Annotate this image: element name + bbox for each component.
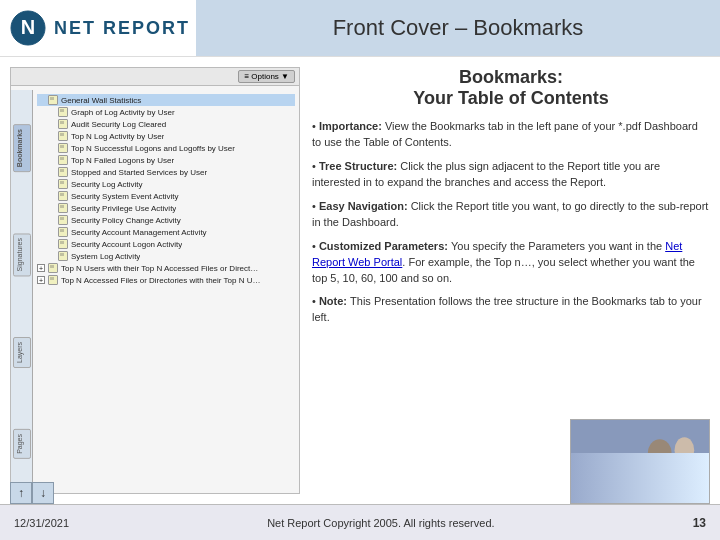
sidebar-tab-bookmarks[interactable]: Bookmarks [13,124,31,172]
tree-file-icon [58,119,68,129]
tree-item[interactable]: +Top N Accessed Files or Directories wit… [37,274,295,286]
bullet-item: • Customized Parameters: You specify the… [312,239,710,287]
tree-item[interactable]: Graph of Log Activity by User [37,106,295,118]
tree-file-icon [48,263,58,273]
sidebar-tab-pages[interactable]: Pages [13,429,31,459]
logo-area: N NET REPORT [0,0,196,56]
tree-item-label: Top N Accessed Files or Directories with… [61,276,261,285]
tree-item-label: Top N Failed Logons by User [71,156,174,165]
tree-file-icon [48,275,58,285]
bookmarks-title-line1: Bookmarks: [312,67,710,88]
tree-file-icon [48,95,58,105]
tree-item-label: Security System Event Activity [71,192,179,201]
tree-item[interactable]: Top N Failed Logons by User [37,154,295,166]
tree-file-icon [58,143,68,153]
nav-up-arrow[interactable]: ↑ [10,482,32,504]
bookmarks-heading: Bookmarks: Your Table of Contents [312,67,710,109]
bullet-item: • Note: This Presentation follows the tr… [312,294,710,326]
tree-item-label: General Wall Statistics [61,96,141,105]
tree-item[interactable]: System Log Activity [37,250,295,262]
bullet-term: Importance: [319,120,385,132]
tree-item-label: Audit Security Log Cleared [71,120,166,129]
tree-item[interactable]: +Top N Users with their Top N Accessed F… [37,262,295,274]
bullet-item: • Tree Structure: Click the plus sign ad… [312,159,710,191]
tree-item-label: Stopped and Started Services by User [71,168,207,177]
tree-item[interactable]: Audit Security Log Cleared [37,118,295,130]
tree-file-icon [58,251,68,261]
bookmarks-title-line2: Your Table of Contents [312,88,710,109]
bullet-term: Easy Navigation: [319,200,411,212]
bullet-term: Customized Parameters: [319,240,451,252]
tree-item[interactable]: Security Log Activity [37,178,295,190]
tree-item[interactable]: Security System Event Activity [37,190,295,202]
bottom-image-overlay [571,453,709,503]
tree-item[interactable]: Top N Successful Logons and Logoffs by U… [37,142,295,154]
tree-file-icon [58,179,68,189]
tree-item[interactable]: Security Policy Change Activity [37,214,295,226]
tree-item-label: Graph of Log Activity by User [71,108,175,117]
tree-item-label: Security Log Activity [71,180,143,189]
tree-expand-btn[interactable]: + [37,276,45,284]
sidebar-tab-signatures[interactable]: Signatures [13,233,31,276]
tree-item[interactable]: Security Privilege Use Activity [37,202,295,214]
tree-file-icon [58,155,68,165]
page-title: Front Cover – Bookmarks [333,15,584,41]
tree-item[interactable]: Security Account Logon Activity [37,238,295,250]
nav-down-arrow[interactable]: ↓ [32,482,54,504]
panel-toolbar: ≡ Options ▼ [11,68,299,86]
footer-date: 12/31/2021 [14,517,69,529]
tree-item-label: Security Privilege Use Activity [71,204,176,213]
nav-arrows: ↑ ↓ [10,482,54,504]
options-button[interactable]: ≡ Options ▼ [238,70,295,83]
bookmarks-sidebar: Bookmarks Signatures Layers Pages [11,90,33,493]
tree-item-label: Top N Users with their Top N Accessed Fi… [61,264,261,273]
tree-file-icon [58,191,68,201]
header: N NET REPORT Front Cover – Bookmarks [0,0,720,57]
tree-file-icon [58,215,68,225]
tree-item[interactable]: General Wall Statistics [37,94,295,106]
svg-text:N: N [21,16,35,38]
bottom-image [570,419,710,504]
bullet-term: Tree Structure: [319,160,400,172]
tree-file-icon [58,227,68,237]
header-title-area: Front Cover – Bookmarks [196,0,720,56]
bullet-item: • Importance: View the Bookmarks tab in … [312,119,710,151]
bullet-term: Note: [319,295,350,307]
tree-file-icon [58,167,68,177]
tree-item[interactable]: Stopped and Started Services by User [37,166,295,178]
bullet-item: • Easy Navigation: Click the Report titl… [312,199,710,231]
bullets-container: • Importance: View the Bookmarks tab in … [312,119,710,334]
footer: 12/31/2021 Net Report Copyright 2005. Al… [0,504,720,540]
tree-file-icon [58,239,68,249]
tree-area: General Wall StatisticsGraph of Log Acti… [33,90,299,493]
tree-item-label: Top N Successful Logons and Logoffs by U… [71,144,235,153]
tree-item-label: Security Account Management Activity [71,228,207,237]
tree-item-label: Top N Log Activity by User [71,132,164,141]
tree-item[interactable]: Top N Log Activity by User [37,130,295,142]
sidebar-tab-layers[interactable]: Layers [13,337,31,368]
left-panel: ≡ Options ▼ Bookmarks Signatures Layers … [10,67,300,494]
logo-text: NET REPORT [54,18,190,39]
tree-expand-btn[interactable]: + [37,264,45,272]
tree-item[interactable]: Security Account Management Activity [37,226,295,238]
tree-item-label: Security Account Logon Activity [71,240,182,249]
tree-file-icon [58,131,68,141]
footer-copyright: Net Report Copyright 2005. All rights re… [267,517,494,529]
tree-file-icon [58,203,68,213]
footer-page-number: 13 [693,516,706,530]
logo-icon: N [10,10,46,46]
tree-file-icon [58,107,68,117]
tree-item-label: System Log Activity [71,252,140,261]
tree-item-label: Security Policy Change Activity [71,216,181,225]
